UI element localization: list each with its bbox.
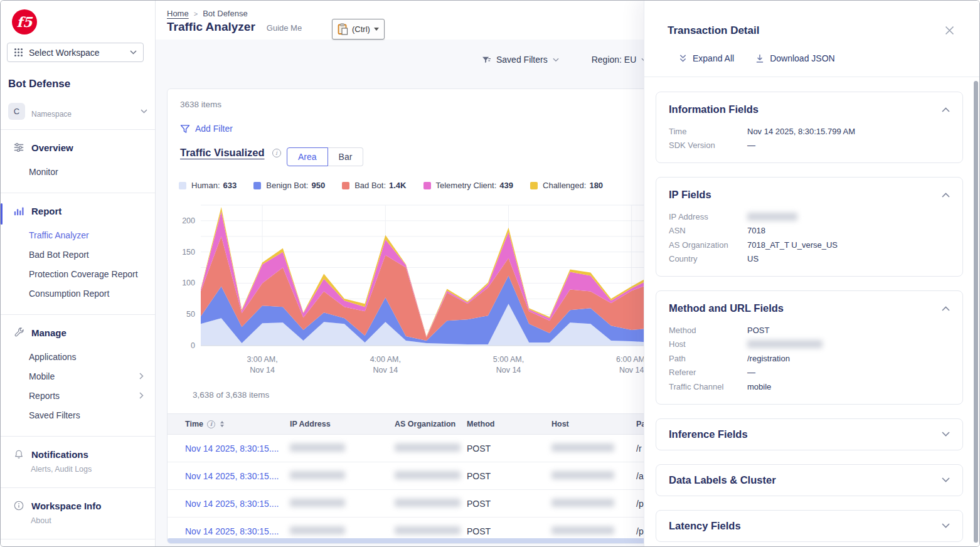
- region-dropdown[interactable]: Region: EU: [592, 55, 648, 65]
- field-label: Path: [669, 354, 747, 363]
- legend-swatch: [530, 182, 538, 189]
- method-cell: POST: [467, 526, 551, 536]
- redacted-ip-address: [290, 443, 345, 452]
- info-icon[interactable]: [272, 149, 281, 157]
- field-value: mobile: [747, 382, 771, 391]
- expand-all-button[interactable]: Expand All: [679, 53, 734, 63]
- legend-item-bad-bot[interactable]: Bad Bot:1.4K: [342, 181, 406, 190]
- sidebar-item-consumption-report[interactable]: Consumption Report: [1, 284, 155, 303]
- legend-swatch: [253, 182, 261, 189]
- redacted-as-organization: [395, 471, 461, 479]
- namespace-selector[interactable]: C Namespace: [8, 103, 147, 120]
- redacted-host: [551, 526, 614, 534]
- section-toggle[interactable]: Data Labels & Cluster: [669, 474, 950, 486]
- sidebar-item-saved-filters[interactable]: Saved Filters: [1, 405, 155, 425]
- chevron-down-icon: [130, 50, 137, 55]
- divider: [1, 539, 155, 539]
- notifications-subtitle: Alerts, Audit Logs: [31, 465, 155, 474]
- field-value: —: [747, 141, 755, 150]
- section-toggle[interactable]: Latency Fields: [669, 520, 950, 532]
- add-filter-button[interactable]: Add Filter: [180, 124, 233, 134]
- sitemap-icon: [13, 142, 24, 153]
- legend-item-human[interactable]: Human:633: [179, 181, 237, 190]
- active-section-indicator: [1, 203, 3, 225]
- section-toggle[interactable]: Inference Fields: [669, 428, 950, 440]
- transaction-time-link[interactable]: Nov 14 2025, 8:30:15....: [185, 443, 279, 454]
- redacted-ip-address: [290, 526, 345, 534]
- vertical-scrollbar[interactable]: [974, 81, 978, 543]
- breadcrumb-separator: >: [194, 10, 198, 18]
- sidebar-item-notifications[interactable]: Notifications: [1, 445, 155, 464]
- legend-item-challenged[interactable]: Challenged:180: [530, 181, 603, 190]
- transaction-time-link[interactable]: Nov 14 2025, 8:30:15....: [185, 526, 279, 536]
- transaction-time-link[interactable]: Nov 14 2025, 8:30:15....: [185, 499, 279, 509]
- panel-title: Transaction Detail: [668, 24, 759, 37]
- info-circle-icon: [13, 500, 24, 511]
- transaction-time-link[interactable]: Nov 14 2025, 8:30:15....: [185, 471, 279, 481]
- redacted-as-organization: [395, 443, 461, 452]
- nav-section-workspace-info: Workspace Info About: [1, 488, 155, 535]
- close-icon[interactable]: [945, 26, 954, 35]
- chevron-up-icon: [942, 107, 950, 112]
- section-ip-fields: IP Fields IP Address ASN7018 AS Organiza…: [656, 177, 963, 277]
- legend-item-benign-bot[interactable]: Benign Bot:950: [253, 181, 325, 190]
- sidebar-item-traffic-analyzer[interactable]: Traffic Analyzer: [1, 225, 155, 245]
- legend-item-telemetry-client[interactable]: Telemetry Client:439: [423, 181, 514, 190]
- redacted-ip-address: [290, 499, 345, 507]
- info-icon[interactable]: [207, 420, 215, 428]
- sidebar-item-monitor[interactable]: Monitor: [1, 162, 155, 181]
- field-label: AS Organization: [669, 240, 747, 250]
- sidebar-item-overview[interactable]: Overview: [1, 138, 155, 157]
- legend-swatch: [423, 182, 431, 189]
- sidebar: f5 Select Workspace Bot Defense C Namesp…: [1, 1, 156, 546]
- app-window: f5 Select Workspace Bot Defense C Namesp…: [0, 0, 980, 547]
- field-label: Referer: [669, 368, 747, 377]
- field-label: ASN: [669, 226, 747, 235]
- field-value: 7018: [747, 226, 765, 235]
- redacted-ip-address: [747, 213, 797, 221]
- sidebar-item-mobile[interactable]: Mobile: [1, 366, 155, 386]
- sidebar-item-reports[interactable]: Reports: [1, 386, 155, 405]
- page-title: Traffic Analyzer: [167, 20, 255, 34]
- guide-me-link[interactable]: Guide Me: [267, 23, 302, 33]
- chevron-down-icon: [553, 58, 559, 62]
- sidebar-item-applications[interactable]: Applications: [1, 347, 155, 366]
- svg-text:Nov 14: Nov 14: [373, 366, 398, 374]
- traffic-chart[interactable]: 0501001502003:00 AM,Nov 144:00 AM,Nov 14…: [178, 199, 661, 378]
- column-as-organization: AS Organization: [395, 420, 467, 428]
- saved-filters-dropdown[interactable]: Saved Filters: [482, 55, 559, 65]
- section-toggle[interactable]: IP Fields: [669, 189, 950, 201]
- sort-toggle[interactable]: [220, 421, 224, 427]
- manage-label: Manage: [31, 327, 67, 338]
- bell-icon: [13, 449, 24, 460]
- redacted-ip-address: [290, 471, 345, 479]
- view-toggle-area[interactable]: Area: [287, 147, 328, 166]
- filter-bar: Saved Filters Region: EU: [482, 55, 647, 65]
- download-json-button[interactable]: Download JSON: [755, 53, 835, 63]
- sidebar-item-workspace-info[interactable]: Workspace Info: [1, 496, 155, 515]
- svg-text:3:00 AM,: 3:00 AM,: [247, 355, 277, 364]
- sidebar-item-manage[interactable]: Manage: [1, 323, 155, 342]
- field-value: US: [747, 254, 759, 263]
- svg-text:Nov 14: Nov 14: [250, 366, 275, 374]
- breadcrumb-home-link[interactable]: Home: [167, 9, 189, 18]
- chevron-down-icon: [942, 523, 950, 528]
- workspace-selector[interactable]: Select Workspace: [7, 43, 144, 62]
- method-cell: POST: [467, 499, 551, 509]
- namespace-avatar: C: [8, 103, 25, 120]
- redacted-as-organization: [395, 526, 461, 534]
- method-cell: POST: [467, 443, 551, 454]
- grid-icon: [14, 48, 23, 57]
- section-toggle[interactable]: Information Fields: [669, 104, 950, 115]
- section-toggle[interactable]: Method and URL Fields: [669, 302, 950, 314]
- svg-text:Nov 14: Nov 14: [496, 366, 521, 374]
- report-label: Report: [31, 206, 61, 216]
- sidebar-item-protection-coverage-report[interactable]: Protection Coverage Report: [1, 264, 155, 284]
- chevron-down-icon: [942, 477, 950, 482]
- svg-text:150: 150: [182, 248, 195, 257]
- field-label: SDK Version: [669, 141, 747, 150]
- sidebar-item-report[interactable]: Report: [1, 201, 155, 220]
- paste-options-button[interactable]: (Ctrl): [332, 19, 385, 40]
- view-toggle-bar[interactable]: Bar: [328, 147, 364, 166]
- sidebar-item-bad-bot-report[interactable]: Bad Bot Report: [1, 245, 155, 264]
